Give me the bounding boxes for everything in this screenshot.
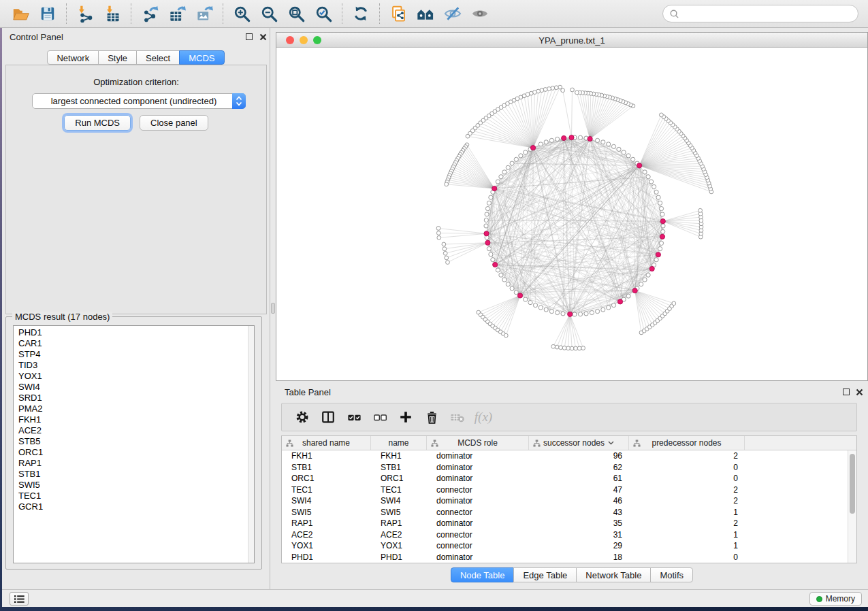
- network-node[interactable]: [551, 344, 556, 348]
- table-cell[interactable]: 31: [529, 530, 629, 540]
- table-cell[interactable]: 0: [629, 474, 745, 483]
- network-node[interactable]: [485, 207, 489, 211]
- mcds-result-item[interactable]: STB5: [18, 436, 247, 447]
- network-node[interactable]: [646, 273, 650, 277]
- mcds-result-item[interactable]: SRD1: [18, 393, 247, 403]
- network-node[interactable]: [658, 201, 662, 205]
- table-cell[interactable]: 1: [629, 508, 745, 517]
- network-node[interactable]: [554, 86, 558, 90]
- network-node[interactable]: [660, 212, 664, 216]
- tab-style[interactable]: Style: [98, 50, 137, 65]
- mcds-dominator-node[interactable]: [492, 186, 497, 191]
- table-cell[interactable]: dominator: [427, 552, 529, 562]
- float-panel-icon[interactable]: [843, 389, 850, 395]
- mcds-dominator-node[interactable]: [568, 312, 573, 316]
- network-node[interactable]: [510, 286, 514, 291]
- optimization-criterion-select[interactable]: largest connected component (undirected): [32, 93, 246, 109]
- network-node[interactable]: [643, 170, 647, 174]
- network-node[interactable]: [549, 310, 553, 314]
- table-cell[interactable]: STB1: [371, 463, 427, 472]
- table-row[interactable]: PHD1PHD1dominator180: [282, 552, 856, 563]
- network-node[interactable]: [555, 345, 559, 349]
- network-node[interactable]: [491, 258, 495, 262]
- mcds-dominator-node[interactable]: [588, 136, 592, 141]
- network-node[interactable]: [436, 231, 440, 235]
- table-cell[interactable]: 1: [629, 530, 745, 540]
- table-cell[interactable]: dominator: [427, 451, 529, 461]
- network-node[interactable]: [646, 175, 650, 179]
- mcds-result-item[interactable]: CAR1: [18, 338, 247, 349]
- network-node[interactable]: [502, 170, 507, 174]
- network-node[interactable]: [446, 261, 450, 265]
- network-node[interactable]: [659, 241, 663, 245]
- tab-mcds[interactable]: MCDS: [179, 50, 224, 65]
- table-cell[interactable]: connector: [427, 530, 529, 540]
- network-node[interactable]: [496, 268, 500, 272]
- network-node[interactable]: [514, 157, 518, 161]
- network-node[interactable]: [578, 135, 582, 139]
- network-node[interactable]: [506, 165, 510, 169]
- table-cell[interactable]: 0: [629, 463, 745, 472]
- delete-table-button[interactable]: [449, 408, 466, 426]
- network-node[interactable]: [556, 137, 560, 141]
- table-cell[interactable]: TEC1: [371, 485, 427, 495]
- network-node[interactable]: [544, 140, 548, 144]
- run-mcds-button[interactable]: Run MCDS: [64, 115, 131, 131]
- table-cell[interactable]: FKH1: [371, 451, 427, 461]
- network-node[interactable]: [539, 142, 543, 146]
- table-row[interactable]: ACE2ACE2connector311: [282, 529, 856, 541]
- search-input[interactable]: [684, 9, 852, 19]
- table-row[interactable]: STB1STB1dominator620: [282, 462, 856, 474]
- search-box[interactable]: [662, 5, 858, 22]
- table-cell[interactable]: 2: [629, 518, 745, 528]
- mcds-dominator-node[interactable]: [485, 240, 490, 245]
- network-node[interactable]: [551, 86, 555, 90]
- network-node[interactable]: [639, 282, 643, 286]
- table-cell[interactable]: YOX1: [371, 541, 427, 550]
- column-header-MCDS-role[interactable]: MCDS role: [427, 436, 529, 450]
- mcds-result-item[interactable]: YOX1: [18, 371, 247, 382]
- network-node[interactable]: [590, 310, 594, 314]
- table-row[interactable]: TEC1TEC1connector472: [282, 484, 856, 496]
- network-node[interactable]: [601, 308, 605, 312]
- mcds-dominator-node[interactable]: [660, 234, 664, 239]
- network-node[interactable]: [581, 346, 585, 350]
- table-cell[interactable]: ORC1: [282, 474, 371, 483]
- settings-button[interactable]: [294, 408, 310, 426]
- network-node[interactable]: [596, 138, 600, 142]
- table-row[interactable]: YOX1YOX1connector291: [282, 540, 856, 552]
- mcds-result-item[interactable]: STP4: [18, 349, 247, 360]
- mcds-result-item[interactable]: ACE2: [18, 425, 247, 436]
- network-node[interactable]: [573, 312, 577, 316]
- network-node[interactable]: [661, 229, 665, 233]
- network-node[interactable]: [622, 150, 626, 154]
- new-network-from-selection-button[interactable]: [385, 2, 412, 25]
- import-table-button[interactable]: [99, 2, 126, 25]
- network-node[interactable]: [607, 142, 611, 146]
- table-scrollbar[interactable]: [848, 450, 856, 563]
- network-node[interactable]: [660, 113, 664, 117]
- first-neighbors-button[interactable]: [412, 2, 439, 25]
- network-node[interactable]: [514, 291, 518, 295]
- network-node[interactable]: [561, 312, 565, 316]
- tab-network[interactable]: Network: [47, 50, 99, 65]
- mcds-result-item[interactable]: SWI4: [18, 382, 247, 393]
- mcds-result-item[interactable]: PHD1: [18, 327, 247, 338]
- close-panel-icon[interactable]: [856, 389, 863, 396]
- table-cell[interactable]: FKH1: [282, 451, 371, 461]
- show-column-panel-button[interactable]: [320, 408, 336, 426]
- network-node[interactable]: [559, 346, 563, 350]
- network-node[interactable]: [445, 182, 449, 186]
- mcds-dominator-node[interactable]: [660, 219, 665, 224]
- table-cell[interactable]: 2: [629, 485, 745, 495]
- tab-select[interactable]: Select: [136, 50, 180, 65]
- network-node[interactable]: [698, 208, 703, 212]
- network-node[interactable]: [519, 154, 523, 158]
- table-cell[interactable]: RAP1: [371, 518, 427, 528]
- mcds-dominator-node[interactable]: [632, 288, 637, 293]
- network-node[interactable]: [436, 227, 440, 231]
- network-node[interactable]: [528, 301, 532, 305]
- network-node[interactable]: [487, 247, 491, 251]
- table-cell[interactable]: ORC1: [371, 474, 427, 483]
- mcds-dominator-node[interactable]: [530, 146, 535, 150]
